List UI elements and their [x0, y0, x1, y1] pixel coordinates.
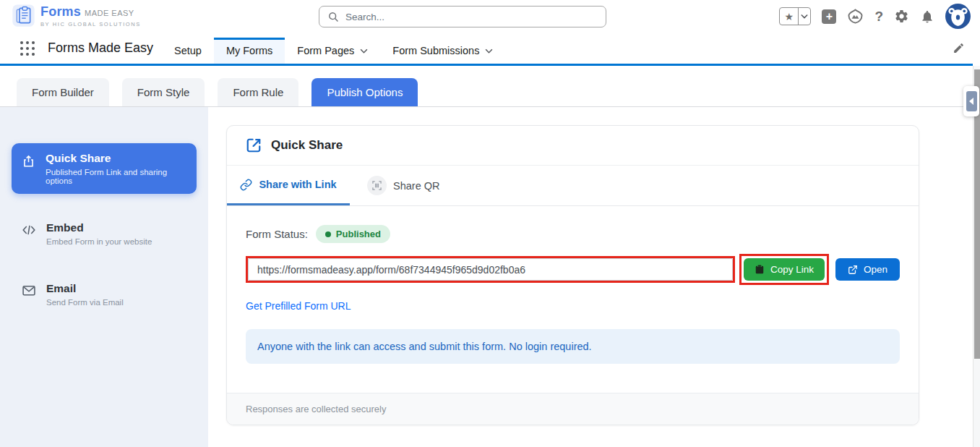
panel-title: Quick Share	[271, 138, 343, 153]
help-icon[interactable]: ?	[874, 9, 883, 25]
search-input[interactable]	[345, 12, 598, 22]
open-button[interactable]: Open	[835, 258, 900, 281]
share-icon	[246, 137, 262, 153]
copy-annotation-box: Copy Link	[739, 254, 829, 285]
app-navigation-bar: Forms Made Easy Setup My Forms Form Page…	[0, 33, 980, 64]
nav-tab-form-submissions[interactable]: Form Submissions	[380, 38, 505, 64]
app-launcher-icon[interactable]	[20, 41, 35, 56]
form-status-label: Form Status:	[246, 228, 308, 240]
nav-tab-my-forms[interactable]: My Forms	[214, 38, 285, 64]
global-search-box	[319, 6, 606, 27]
status-dot	[325, 231, 331, 237]
user-avatar[interactable]	[945, 4, 971, 29]
collapse-panel-toggle[interactable]	[963, 86, 979, 116]
panel-header: Quick Share	[227, 126, 919, 166]
logo-brand-text: Forms	[40, 4, 81, 20]
qr-code-icon	[367, 176, 387, 195]
favorites-split-button[interactable]: ★	[779, 7, 811, 25]
logo-tagline: BY HIC GLOBAL SOLUTIONS	[40, 21, 141, 27]
nav-tab-setup[interactable]: Setup	[162, 38, 214, 64]
share-tabs: Share with Link Share QR	[227, 166, 919, 206]
status-badge: Published	[316, 225, 390, 243]
chevron-down-icon[interactable]	[360, 48, 368, 54]
trailhead-icon[interactable]	[847, 9, 864, 24]
tab-form-builder[interactable]: Form Builder	[17, 78, 109, 106]
panel-footer-note: Responses are collected securely	[227, 393, 919, 425]
form-url-input[interactable]	[248, 258, 733, 281]
global-actions-button[interactable]: +	[822, 9, 836, 24]
url-annotation-box	[246, 256, 735, 283]
tab-form-style[interactable]: Form Style	[122, 78, 205, 106]
form-tabs-strip: Form Builder Form Style Form Rule Publis…	[0, 66, 973, 107]
share-upload-icon	[22, 154, 35, 169]
nav-tab-form-pages[interactable]: Form Pages	[285, 38, 380, 64]
pencil-icon[interactable]	[953, 42, 965, 54]
copy-link-button[interactable]: Copy Link	[744, 258, 825, 281]
access-info-message: Anyone with the link can access and subm…	[246, 329, 900, 364]
sidebar-item-embed[interactable]: Embed Embed Form in your website	[12, 213, 197, 255]
publish-options-sidebar: Quick Share Published Form Link and shar…	[0, 107, 208, 447]
favorites-dropdown-caret[interactable]	[798, 8, 810, 25]
star-icon[interactable]: ★	[780, 8, 798, 25]
search-icon	[327, 11, 339, 22]
chevron-left-icon	[966, 91, 977, 111]
sidebar-item-quick-share[interactable]: Quick Share Published Form Link and shar…	[12, 143, 197, 194]
quick-share-panel: Quick Share Share with Link Share QR	[226, 125, 919, 425]
gear-icon[interactable]	[894, 9, 909, 24]
tab-form-rule[interactable]: Form Rule	[218, 78, 298, 106]
external-link-icon	[848, 265, 858, 275]
vertical-scrollbar	[973, 66, 980, 447]
clipboard-logo-icon	[12, 4, 35, 27]
app-logo: Forms MADE EASY BY HIC GLOBAL SOLUTIONS	[12, 4, 141, 27]
logo-suffix-text: MADE EASY	[85, 9, 134, 17]
bell-icon[interactable]	[920, 9, 934, 24]
tab-share-qr[interactable]: Share QR	[367, 166, 439, 205]
tab-publish-options[interactable]: Publish Options	[311, 78, 418, 106]
global-header: Forms MADE EASY BY HIC GLOBAL SOLUTIONS …	[0, 0, 980, 33]
chevron-down-icon[interactable]	[485, 48, 493, 54]
envelope-icon	[22, 284, 36, 297]
link-icon	[240, 179, 252, 191]
get-prefilled-url-link[interactable]: Get Prefilled Form URL	[246, 300, 351, 312]
tab-share-with-link[interactable]: Share with Link	[227, 166, 350, 205]
app-name: Forms Made Easy	[48, 33, 153, 64]
code-icon	[22, 224, 36, 237]
sidebar-item-email[interactable]: Email Send Form via Email	[12, 273, 197, 315]
clipboard-icon	[755, 264, 765, 275]
